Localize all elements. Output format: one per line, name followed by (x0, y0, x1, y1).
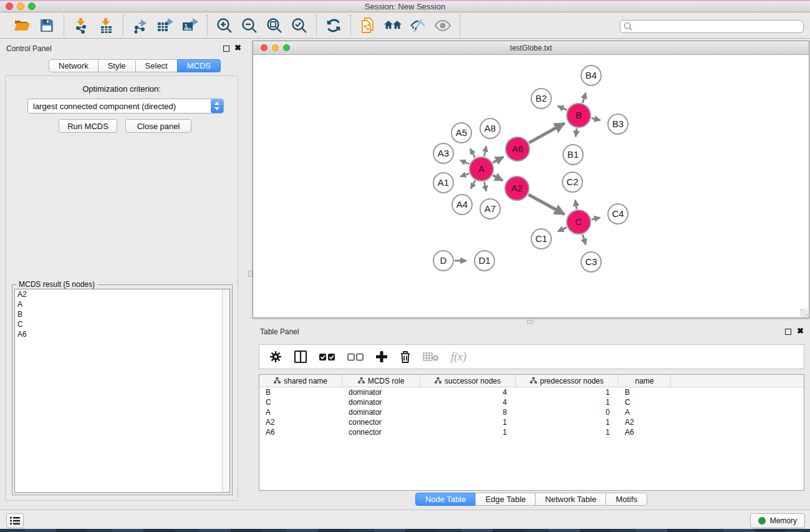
edge-B-B1[interactable] (576, 128, 577, 137)
edge-A-A7[interactable] (484, 182, 486, 191)
table-row[interactable]: A2connector11A2 (259, 417, 804, 427)
node-A6[interactable]: A6 (506, 137, 529, 161)
close-panel-button[interactable]: Close panel (125, 119, 191, 133)
edge-A-A5[interactable] (470, 148, 475, 157)
node-B[interactable]: B (567, 104, 591, 127)
zoom-selected-icon[interactable] (291, 17, 308, 34)
edge-A-A1[interactable] (460, 173, 469, 177)
edge-C-C1[interactable] (557, 228, 566, 231)
table-row[interactable]: A6connector11A6 (259, 427, 804, 437)
export-image-icon[interactable] (181, 17, 199, 34)
node-B2[interactable]: B2 (531, 89, 551, 109)
home-icon[interactable] (384, 17, 402, 34)
tab-node-table[interactable]: Node Table (415, 493, 476, 506)
table-panel-float-icon[interactable] (785, 329, 791, 335)
save-session-icon[interactable] (38, 17, 55, 34)
column-header-MCDS-role[interactable]: MCDS role (342, 375, 420, 387)
open-session-icon[interactable] (13, 17, 31, 34)
tab-network-table[interactable]: Network Table (535, 493, 606, 506)
edge-C-C3[interactable] (582, 235, 586, 244)
delete-column-icon[interactable] (400, 349, 411, 364)
result-item[interactable]: A (15, 299, 229, 309)
result-item[interactable]: B (15, 309, 229, 319)
edge-C-C4[interactable] (592, 218, 600, 220)
column-header-successor-nodes[interactable]: successor nodes (420, 375, 516, 387)
table-row[interactable]: Bdominator41B (259, 387, 804, 397)
tab-motifs[interactable]: Motifs (605, 493, 647, 506)
select-all-checkboxes-icon[interactable] (319, 349, 335, 364)
zoom-fit-icon[interactable] (266, 17, 283, 34)
network-canvas[interactable]: B4B2BB3B1A5A8A6A3AA1A2A4A7C2CC4C1C3DD1 (253, 55, 809, 317)
delete-table-icon[interactable] (423, 349, 439, 364)
hide-graphics-details-icon[interactable] (409, 17, 427, 34)
criterion-dropdown[interactable]: largest connected component (directed) (27, 99, 224, 114)
table-settings-gear-icon[interactable] (269, 349, 282, 364)
table-row[interactable]: Cdominator41C (259, 397, 804, 407)
search-input[interactable] (633, 22, 803, 32)
column-header-predecessor-nodes[interactable]: predecessor nodes (516, 375, 619, 387)
search-field[interactable] (620, 20, 804, 33)
edge-B-B3[interactable] (591, 118, 600, 120)
edge-A-A3[interactable] (460, 160, 470, 164)
node-C[interactable]: C (567, 210, 591, 234)
edge-B-B2[interactable] (557, 106, 566, 110)
result-item[interactable]: A2 (15, 289, 229, 299)
node-C4[interactable]: C4 (608, 204, 628, 224)
control-panel-float-icon[interactable] (223, 46, 229, 52)
node-A4[interactable]: A4 (452, 195, 472, 215)
deselect-all-checkboxes-icon[interactable] (347, 349, 364, 364)
node-C3[interactable]: C3 (581, 252, 601, 272)
result-list-scrollbar[interactable] (222, 289, 229, 492)
edge-A6-B[interactable] (529, 123, 564, 143)
result-item[interactable]: C (15, 319, 229, 329)
table-panel-close-icon[interactable]: ✖ (797, 328, 804, 334)
memory-button[interactable]: Memory (750, 513, 805, 528)
edge-A-A6[interactable] (493, 157, 503, 163)
result-item[interactable]: A6 (15, 329, 229, 339)
export-network-icon[interactable] (132, 17, 149, 34)
tab-mcds[interactable]: MCDS (177, 59, 221, 72)
export-table-icon[interactable] (157, 17, 174, 34)
task-history-button[interactable] (6, 513, 24, 528)
edge-A-A2[interactable] (493, 175, 503, 181)
table-row[interactable]: Adominator80A (259, 407, 804, 417)
node-A2[interactable]: A2 (505, 177, 529, 200)
node-A7[interactable]: A7 (480, 199, 500, 219)
show-column-icon[interactable] (294, 349, 307, 364)
node-A8[interactable]: A8 (480, 118, 500, 138)
control-panel-close-icon[interactable]: ✖ (234, 45, 241, 51)
run-mcds-button[interactable]: Run MCDS (59, 119, 117, 133)
vertical-splitter-handle[interactable] (248, 271, 253, 277)
column-header-name[interactable]: name (619, 375, 671, 387)
window-resize-grip[interactable] (800, 309, 808, 317)
tab-select[interactable]: Select (135, 59, 178, 72)
tab-edge-table[interactable]: Edge Table (475, 493, 536, 506)
edge-B-B4[interactable] (582, 93, 586, 103)
import-table-icon[interactable] (97, 17, 115, 34)
edge-A2-C[interactable] (528, 195, 564, 214)
show-graphics-details-icon[interactable] (434, 17, 451, 34)
edge-C-C2[interactable] (575, 200, 576, 210)
edge-A-A8[interactable] (484, 146, 486, 156)
network-file-icon[interactable] (359, 17, 377, 34)
function-builder-icon[interactable]: f(x) (451, 349, 466, 364)
node-D[interactable]: D (433, 251, 453, 271)
zoom-out-icon[interactable] (241, 17, 258, 34)
node-A1[interactable]: A1 (433, 173, 453, 193)
node-D1[interactable]: D1 (475, 251, 494, 271)
node-A3[interactable]: A3 (433, 143, 453, 163)
edge-A-A4[interactable] (471, 180, 475, 188)
tab-network[interactable]: Network (49, 59, 99, 72)
node-A[interactable]: A (470, 157, 493, 181)
node-C2[interactable]: C2 (562, 172, 582, 192)
node-A5[interactable]: A5 (451, 123, 471, 143)
tab-style[interactable]: Style (98, 59, 136, 72)
import-network-icon[interactable] (72, 17, 90, 34)
node-C1[interactable]: C1 (531, 229, 551, 249)
node-B4[interactable]: B4 (581, 65, 601, 85)
apply-layout-icon[interactable] (325, 17, 342, 34)
zoom-in-icon[interactable] (216, 17, 233, 34)
node-B1[interactable]: B1 (563, 145, 583, 165)
node-B3[interactable]: B3 (608, 114, 628, 134)
horizontal-splitter-handle[interactable] (527, 320, 533, 324)
